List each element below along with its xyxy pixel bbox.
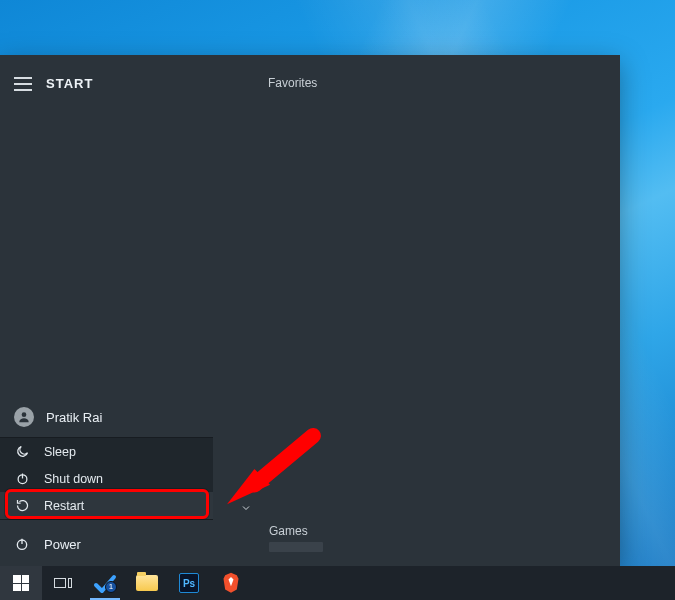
favorites-section-label: Favorites (213, 55, 620, 90)
hamburger-icon[interactable] (14, 77, 32, 91)
task-view-icon (54, 578, 72, 588)
user-avatar-icon (14, 407, 34, 427)
start-title: START (46, 76, 93, 91)
folder-icon (136, 575, 158, 591)
taskbar-app-explorer[interactable] (126, 566, 168, 600)
photoshop-icon: Ps (179, 573, 199, 593)
shutdown-label: Shut down (44, 472, 103, 486)
svg-point-0 (22, 412, 27, 417)
brave-icon (221, 572, 241, 594)
power-options-flyout: Sleep Shut down Restart (0, 437, 213, 520)
sleep-icon (14, 444, 30, 460)
taskbar: 1 Ps (0, 566, 675, 600)
start-menu: START Pratik Rai Sleep Shut down (0, 55, 620, 566)
todo-icon: 1 (93, 572, 117, 594)
power-icon (14, 471, 30, 487)
user-account-button[interactable]: Pratik Rai (0, 399, 213, 437)
start-header: START (0, 55, 213, 97)
game-tile-placeholder[interactable] (269, 542, 323, 552)
todo-badge: 1 (105, 581, 117, 593)
games-section-label: Games (239, 518, 610, 542)
start-left-column: START Pratik Rai Sleep Shut down (0, 55, 213, 566)
start-button[interactable] (0, 566, 42, 600)
shutdown-option[interactable]: Shut down (0, 465, 213, 492)
taskbar-app-todo[interactable]: 1 (84, 566, 126, 600)
power-button[interactable]: Power (0, 526, 213, 562)
taskbar-pinned-apps: 1 Ps (84, 566, 252, 600)
sleep-label: Sleep (44, 445, 76, 459)
user-name-label: Pratik Rai (46, 410, 102, 425)
chevron-down-icon[interactable] (239, 501, 253, 515)
taskbar-app-photoshop[interactable]: Ps (168, 566, 210, 600)
restart-label: Restart (44, 499, 84, 513)
sleep-option[interactable]: Sleep (0, 438, 213, 465)
windows-logo-icon (13, 575, 29, 591)
restart-option[interactable]: Restart (0, 492, 213, 519)
power-label: Power (44, 537, 81, 552)
games-section: Games (239, 500, 610, 552)
power-icon (14, 536, 30, 552)
taskbar-app-brave[interactable] (210, 566, 252, 600)
task-view-button[interactable] (42, 566, 84, 600)
start-right-column: Favorites Games (213, 55, 620, 566)
restart-icon (14, 498, 30, 514)
